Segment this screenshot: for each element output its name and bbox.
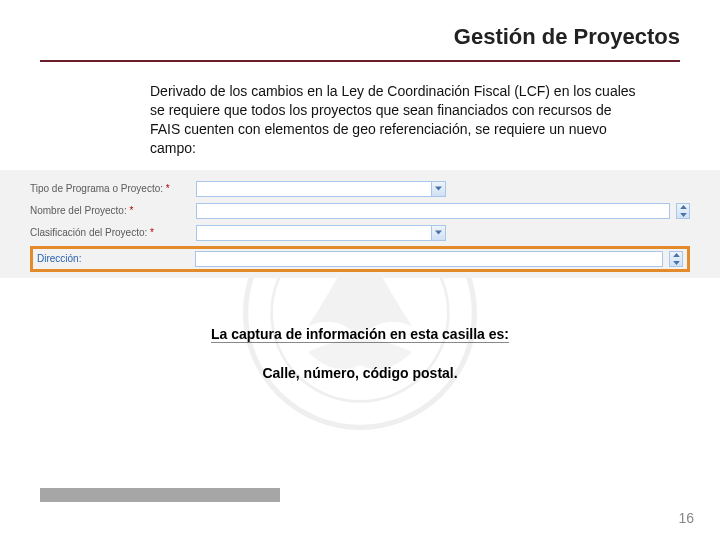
footer-bar xyxy=(40,488,280,502)
title-rule xyxy=(40,60,680,62)
chevron-down-icon xyxy=(431,182,445,196)
label-direccion: Dirección: xyxy=(37,253,189,264)
page-title: Gestión de Proyectos xyxy=(0,24,680,50)
caption-line-2: Calle, número, código postal. xyxy=(0,365,720,381)
header: Gestión de Proyectos xyxy=(0,0,720,56)
row-nombre-proyecto: Nombre del Proyecto: * xyxy=(30,200,690,222)
row-direccion-highlight: Dirección: xyxy=(30,246,690,272)
label-tipo-programa: Tipo de Programa o Proyecto: * xyxy=(30,183,190,194)
spinner-icon[interactable] xyxy=(669,251,683,267)
dropdown-clasificacion[interactable] xyxy=(196,225,446,241)
caption-line-1: La captura de información en esta casill… xyxy=(211,326,509,343)
input-nombre-proyecto[interactable] xyxy=(196,203,670,219)
form-screenshot: Tipo de Programa o Proyecto: * Nombre de… xyxy=(0,170,720,278)
row-clasificacion: Clasificación del Proyecto: * xyxy=(30,222,690,244)
chevron-down-icon xyxy=(431,226,445,240)
row-tipo-programa: Tipo de Programa o Proyecto: * xyxy=(30,178,690,200)
input-direccion[interactable] xyxy=(195,251,663,267)
dropdown-tipo-programa[interactable] xyxy=(196,181,446,197)
spinner-icon[interactable] xyxy=(676,203,690,219)
page-number: 16 xyxy=(678,510,694,526)
label-clasificacion: Clasificación del Proyecto: * xyxy=(30,227,190,238)
intro-paragraph: Derivado de los cambios en la Ley de Coo… xyxy=(150,82,640,158)
label-nombre-proyecto: Nombre del Proyecto: * xyxy=(30,205,190,216)
